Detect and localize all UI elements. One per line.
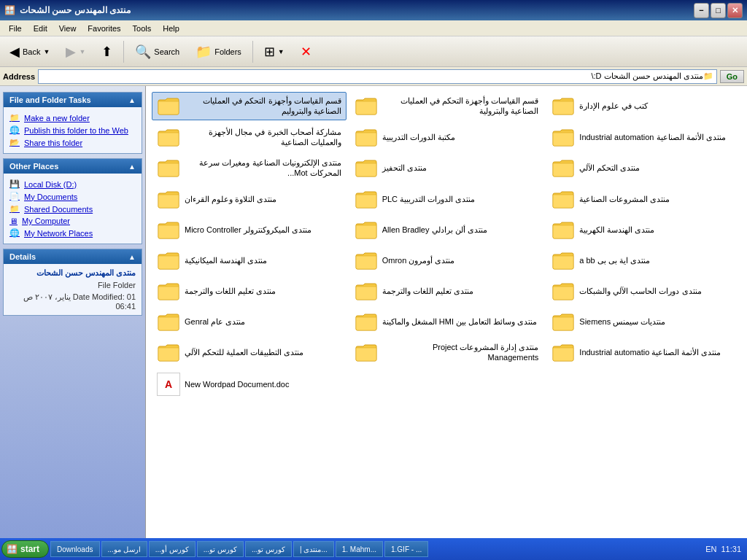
folder-label: منتدى تعليم اللغات والترجمة [185, 286, 276, 296]
menu-view[interactable]: View [53, 23, 82, 34]
details-section: Details ▲ منتدى المهندس حسن الشحات File … [3, 249, 142, 316]
menu-help[interactable]: Help [157, 23, 185, 34]
folder-icon [157, 281, 180, 301]
folder-item[interactable]: منتدى الهندسة الكهربية [546, 216, 741, 244]
taskbar-item-6[interactable]: 1. Mahm... [336, 541, 383, 557]
menu-edit[interactable]: Edit [28, 23, 53, 34]
publish-folder-link[interactable]: 🌐 Publish this folder to the Web [7, 124, 139, 136]
address-label: Address [3, 72, 35, 81]
folder-item[interactable]: منتدى اية بى بى a bb [546, 246, 741, 274]
shared-documents-link[interactable]: 📁 Shared Documents [7, 203, 139, 215]
folder-item[interactable]: منتديات سيمنس Siemens [546, 308, 741, 335]
folder-label: قسم القياسات وأجهزة التحكم في العمليات ا… [382, 96, 539, 117]
other-places-header[interactable]: Other Places ▲ [4, 159, 142, 174]
folder-icon [157, 189, 180, 209]
folder-item[interactable]: منتدى التطبيقات العملية للتحكم الآلي [152, 338, 347, 367]
folder-item[interactable]: منتدى وسائط التعامل بين HMI المشغل والما… [349, 308, 544, 335]
folder-item[interactable]: منتدى أومرون Omron [349, 246, 544, 274]
taskbar-item-5[interactable]: | منتدى... [293, 541, 334, 557]
folder-item[interactable]: كتب في علوم الإدارة [546, 92, 741, 120]
folder-item[interactable]: منتدى تعليم اللغات والترجمة [152, 277, 347, 305]
folder-item[interactable]: منتدى دورات الحاسب الآلي والشبكات [546, 277, 741, 305]
make-new-folder-link[interactable]: 📁 Make a new folder [7, 112, 139, 124]
folder-item[interactable]: منتدى التحكم الآلي [546, 154, 741, 182]
back-label: Back [23, 47, 40, 56]
folders-button[interactable]: 📁 Folders [189, 40, 248, 63]
details-content: منتدى المهندس حسن الشحات File Folder Dat… [4, 264, 142, 315]
taskbar-item-2[interactable]: ...كورس أو [149, 541, 196, 557]
local-disk-link[interactable]: 💾 Local Disk (D:) [7, 178, 139, 190]
folder-label: منتدى أومرون Omron [382, 255, 455, 265]
folder-label: منتدى التحفيز [382, 163, 427, 173]
folder-item[interactable]: منتدى إدارة المشروعات Project Management… [349, 338, 544, 367]
folder-item[interactable]: مشاركة أصحاب الخبرة في مجال الأجهزة والع… [152, 123, 347, 152]
folder-item[interactable]: منتدى الهندسة الميكانيكية [152, 246, 347, 274]
folder-item[interactable]: قسم القياسات وأجهزة التحكم في العمليات ا… [349, 92, 544, 120]
content-area: قسم القياسات وأجهزة التحكم في العمليات ا… [146, 86, 747, 538]
doc-item-wordpad[interactable]: A New Wordpad Document.doc [152, 369, 741, 400]
back-button[interactable]: ◀ Back ▼ [3, 40, 56, 63]
file-folder-tasks-chevron: ▲ [128, 96, 136, 104]
window-controls: − □ ✕ [694, 3, 743, 18]
folder-icon [355, 250, 378, 271]
folder-item[interactable]: منتدى المشروعات الصناعية [546, 185, 741, 213]
taskbar-item-1[interactable]: ...ارسل مو [101, 541, 147, 557]
folder-item[interactable]: منتدى التلاوة وعلوم القرءان [152, 185, 347, 213]
up-button[interactable]: ⬆ [95, 40, 119, 63]
folder-item[interactable]: منتدى الميكروكنترولر Micro Controller [152, 216, 347, 244]
folder-item[interactable]: منتدى الدورات التدريبية PLC [349, 185, 544, 213]
share-folder-link[interactable]: 📂 Share this folder [7, 136, 139, 149]
my-network-places-link[interactable]: 🌐 My Network Places [7, 227, 139, 239]
folder-icon [157, 311, 180, 332]
toolbar: ◀ Back ▼ ▶ ▼ ⬆ 🔍 Search 📁 Folders ⊞ ▼ ✕ [0, 36, 747, 67]
taskbar-item-3[interactable]: ...كورس تو [197, 541, 244, 557]
minimize-button[interactable]: − [694, 3, 709, 18]
folder-item[interactable]: منتدى عام Genral [152, 308, 347, 335]
details-title-label: Details [9, 252, 36, 261]
main-area: File and Folder Tasks ▲ 📁 Make a new fol… [0, 86, 747, 538]
file-folder-tasks-header[interactable]: File and Folder Tasks ▲ [4, 93, 142, 107]
folder-item[interactable]: منتدى الإلكترونيات الصناعية ومغيرات سرعة… [152, 154, 347, 182]
folder-label: منتدى الميكروكنترولر Micro Controller [185, 225, 311, 235]
file-folder-tasks-title: File and Folder Tasks [9, 96, 91, 104]
close-button[interactable]: ✕ [727, 3, 743, 18]
forward-dropdown-icon[interactable]: ▼ [79, 48, 85, 55]
folder-item[interactable]: منتدى تعليم اللغات والترجمة [349, 277, 544, 305]
folder-label: منتدى الهندسة الكهربية [579, 225, 654, 235]
folder-label: منتدى المشروعات الصناعية [579, 194, 670, 204]
folder-item[interactable]: منتدى الأتمة الصناعية Industrial automat… [546, 123, 741, 152]
doc-label-wordpad: New Wordpad Document.doc [185, 380, 289, 389]
taskbar-right: EN 11:31 [705, 545, 746, 553]
search-button[interactable]: 🔍 Search [128, 40, 186, 63]
menu-favorites[interactable]: Favorites [82, 23, 126, 34]
views-dropdown-icon[interactable]: ▼ [278, 48, 285, 55]
my-network-places-label: My Network Places [24, 229, 93, 238]
folder-item[interactable]: مكتبة الدورات التدريبية [349, 123, 544, 152]
folder-item[interactable]: منتدى التحفيز [349, 154, 544, 182]
forward-button[interactable]: ▶ ▼ [59, 40, 92, 63]
folder-item[interactable]: قسم القياسات وأجهزة التحكم في العمليات ا… [152, 92, 347, 120]
taskbar-item-0[interactable]: Downloads [50, 541, 99, 557]
menu-file[interactable]: File [3, 23, 28, 34]
folder-icon [355, 311, 378, 332]
start-button[interactable]: 🪟 start [1, 540, 49, 558]
taskbar-item-7[interactable]: 1.GIF - ... [384, 541, 428, 557]
menu-tools[interactable]: Tools [127, 23, 158, 34]
go-button[interactable]: Go [720, 70, 744, 83]
taskbar-item-4[interactable]: ...كورس تو [245, 541, 292, 557]
maximize-button[interactable]: □ [711, 3, 726, 18]
my-documents-link[interactable]: 📄 My Documents [7, 190, 139, 203]
my-computer-link[interactable]: 🖥 My Computer [7, 215, 139, 227]
details-header[interactable]: Details ▲ [4, 249, 142, 264]
views-button[interactable]: ⊞ ▼ [258, 40, 291, 63]
folder-icon [157, 219, 180, 240]
menubar: File Edit View Favorites Tools Help [0, 20, 747, 36]
folder-item[interactable]: منتدى الأتمة الصناعية Industrial automat… [546, 338, 741, 367]
back-dropdown-icon[interactable]: ▼ [43, 48, 50, 55]
folder-icon [355, 219, 378, 240]
folder-icon [157, 250, 180, 271]
folder-item[interactable]: منتدى ألن برادلي Allen Bradley [349, 216, 544, 244]
delete-button[interactable]: ✕ [294, 40, 318, 63]
make-new-folder-icon: 📁 [9, 113, 20, 122]
address-box[interactable]: 📁 منتدى المهندس حسن الشحات D:\ [38, 69, 717, 84]
